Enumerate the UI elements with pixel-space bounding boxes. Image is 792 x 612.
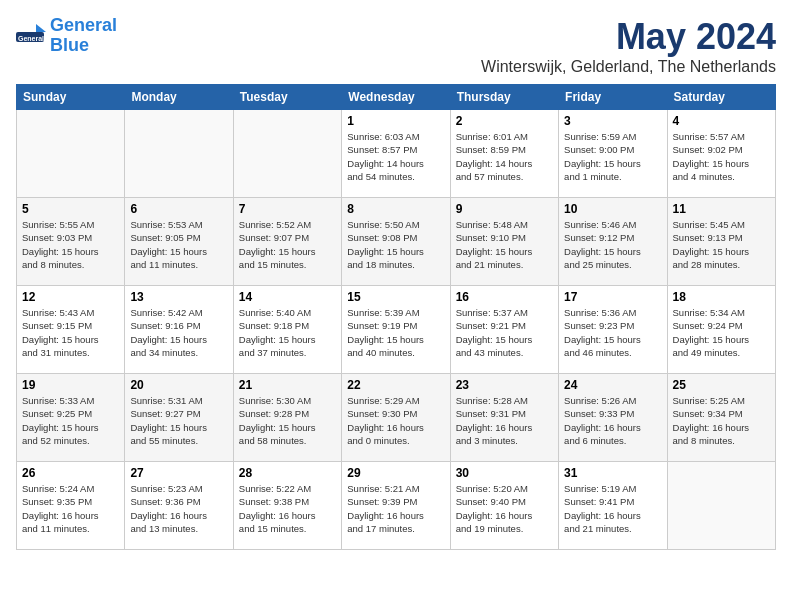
day-number: 26 — [22, 466, 119, 480]
day-info: Sunrise: 5:23 AM Sunset: 9:36 PM Dayligh… — [130, 482, 227, 535]
day-info: Sunrise: 5:39 AM Sunset: 9:19 PM Dayligh… — [347, 306, 444, 359]
day-number: 11 — [673, 202, 770, 216]
day-info: Sunrise: 5:21 AM Sunset: 9:39 PM Dayligh… — [347, 482, 444, 535]
weekday-header: Friday — [559, 85, 667, 110]
day-info: Sunrise: 5:42 AM Sunset: 9:16 PM Dayligh… — [130, 306, 227, 359]
calendar-cell: 10Sunrise: 5:46 AM Sunset: 9:12 PM Dayli… — [559, 198, 667, 286]
calendar-cell: 5Sunrise: 5:55 AM Sunset: 9:03 PM Daylig… — [17, 198, 125, 286]
calendar-week-row: 12Sunrise: 5:43 AM Sunset: 9:15 PM Dayli… — [17, 286, 776, 374]
day-number: 15 — [347, 290, 444, 304]
day-number: 19 — [22, 378, 119, 392]
calendar-cell: 9Sunrise: 5:48 AM Sunset: 9:10 PM Daylig… — [450, 198, 558, 286]
calendar-cell: 26Sunrise: 5:24 AM Sunset: 9:35 PM Dayli… — [17, 462, 125, 550]
logo-text: GeneralBlue — [50, 16, 117, 56]
day-number: 23 — [456, 378, 553, 392]
calendar-cell: 6Sunrise: 5:53 AM Sunset: 9:05 PM Daylig… — [125, 198, 233, 286]
day-number: 14 — [239, 290, 336, 304]
weekday-header: Wednesday — [342, 85, 450, 110]
logo: General GeneralBlue — [16, 16, 117, 56]
calendar-cell: 3Sunrise: 5:59 AM Sunset: 9:00 PM Daylig… — [559, 110, 667, 198]
day-number: 25 — [673, 378, 770, 392]
day-info: Sunrise: 5:29 AM Sunset: 9:30 PM Dayligh… — [347, 394, 444, 447]
svg-marker-1 — [36, 24, 46, 32]
day-info: Sunrise: 5:36 AM Sunset: 9:23 PM Dayligh… — [564, 306, 661, 359]
day-info: Sunrise: 5:37 AM Sunset: 9:21 PM Dayligh… — [456, 306, 553, 359]
day-number: 31 — [564, 466, 661, 480]
calendar-week-row: 26Sunrise: 5:24 AM Sunset: 9:35 PM Dayli… — [17, 462, 776, 550]
day-info: Sunrise: 5:24 AM Sunset: 9:35 PM Dayligh… — [22, 482, 119, 535]
day-number: 21 — [239, 378, 336, 392]
calendar-cell: 16Sunrise: 5:37 AM Sunset: 9:21 PM Dayli… — [450, 286, 558, 374]
calendar-cell: 13Sunrise: 5:42 AM Sunset: 9:16 PM Dayli… — [125, 286, 233, 374]
day-number: 29 — [347, 466, 444, 480]
day-number: 24 — [564, 378, 661, 392]
calendar-cell: 23Sunrise: 5:28 AM Sunset: 9:31 PM Dayli… — [450, 374, 558, 462]
calendar-cell: 18Sunrise: 5:34 AM Sunset: 9:24 PM Dayli… — [667, 286, 775, 374]
calendar-cell: 19Sunrise: 5:33 AM Sunset: 9:25 PM Dayli… — [17, 374, 125, 462]
day-info: Sunrise: 5:53 AM Sunset: 9:05 PM Dayligh… — [130, 218, 227, 271]
logo-icon: General — [16, 24, 46, 48]
day-info: Sunrise: 5:45 AM Sunset: 9:13 PM Dayligh… — [673, 218, 770, 271]
day-info: Sunrise: 5:40 AM Sunset: 9:18 PM Dayligh… — [239, 306, 336, 359]
day-info: Sunrise: 5:48 AM Sunset: 9:10 PM Dayligh… — [456, 218, 553, 271]
day-info: Sunrise: 5:34 AM Sunset: 9:24 PM Dayligh… — [673, 306, 770, 359]
weekday-header: Saturday — [667, 85, 775, 110]
day-number: 5 — [22, 202, 119, 216]
title-block: May 2024 Winterswijk, Gelderland, The Ne… — [481, 16, 776, 76]
calendar-table: SundayMondayTuesdayWednesdayThursdayFrid… — [16, 84, 776, 550]
day-number: 1 — [347, 114, 444, 128]
day-number: 20 — [130, 378, 227, 392]
day-info: Sunrise: 5:46 AM Sunset: 9:12 PM Dayligh… — [564, 218, 661, 271]
calendar-cell: 20Sunrise: 5:31 AM Sunset: 9:27 PM Dayli… — [125, 374, 233, 462]
day-info: Sunrise: 5:59 AM Sunset: 9:00 PM Dayligh… — [564, 130, 661, 183]
calendar-cell — [17, 110, 125, 198]
calendar-cell: 8Sunrise: 5:50 AM Sunset: 9:08 PM Daylig… — [342, 198, 450, 286]
day-number: 22 — [347, 378, 444, 392]
day-info: Sunrise: 5:57 AM Sunset: 9:02 PM Dayligh… — [673, 130, 770, 183]
calendar-week-row: 5Sunrise: 5:55 AM Sunset: 9:03 PM Daylig… — [17, 198, 776, 286]
day-info: Sunrise: 5:50 AM Sunset: 9:08 PM Dayligh… — [347, 218, 444, 271]
day-number: 27 — [130, 466, 227, 480]
calendar-cell: 1Sunrise: 6:03 AM Sunset: 8:57 PM Daylig… — [342, 110, 450, 198]
day-info: Sunrise: 5:43 AM Sunset: 9:15 PM Dayligh… — [22, 306, 119, 359]
day-info: Sunrise: 5:30 AM Sunset: 9:28 PM Dayligh… — [239, 394, 336, 447]
location-subtitle: Winterswijk, Gelderland, The Netherlands — [481, 58, 776, 76]
calendar-cell: 17Sunrise: 5:36 AM Sunset: 9:23 PM Dayli… — [559, 286, 667, 374]
calendar-cell — [233, 110, 341, 198]
weekday-header: Thursday — [450, 85, 558, 110]
day-number: 18 — [673, 290, 770, 304]
calendar-cell — [667, 462, 775, 550]
day-info: Sunrise: 5:33 AM Sunset: 9:25 PM Dayligh… — [22, 394, 119, 447]
day-info: Sunrise: 5:28 AM Sunset: 9:31 PM Dayligh… — [456, 394, 553, 447]
day-number: 28 — [239, 466, 336, 480]
calendar-cell: 31Sunrise: 5:19 AM Sunset: 9:41 PM Dayli… — [559, 462, 667, 550]
day-number: 10 — [564, 202, 661, 216]
day-number: 6 — [130, 202, 227, 216]
calendar-cell: 27Sunrise: 5:23 AM Sunset: 9:36 PM Dayli… — [125, 462, 233, 550]
weekday-header: Tuesday — [233, 85, 341, 110]
calendar-week-row: 1Sunrise: 6:03 AM Sunset: 8:57 PM Daylig… — [17, 110, 776, 198]
calendar-cell: 22Sunrise: 5:29 AM Sunset: 9:30 PM Dayli… — [342, 374, 450, 462]
calendar-cell — [125, 110, 233, 198]
day-info: Sunrise: 5:26 AM Sunset: 9:33 PM Dayligh… — [564, 394, 661, 447]
day-number: 8 — [347, 202, 444, 216]
day-number: 30 — [456, 466, 553, 480]
calendar-cell: 7Sunrise: 5:52 AM Sunset: 9:07 PM Daylig… — [233, 198, 341, 286]
month-title: May 2024 — [481, 16, 776, 58]
day-info: Sunrise: 5:19 AM Sunset: 9:41 PM Dayligh… — [564, 482, 661, 535]
day-info: Sunrise: 6:03 AM Sunset: 8:57 PM Dayligh… — [347, 130, 444, 183]
weekday-header: Sunday — [17, 85, 125, 110]
calendar-cell: 14Sunrise: 5:40 AM Sunset: 9:18 PM Dayli… — [233, 286, 341, 374]
calendar-cell: 29Sunrise: 5:21 AM Sunset: 9:39 PM Dayli… — [342, 462, 450, 550]
day-info: Sunrise: 5:52 AM Sunset: 9:07 PM Dayligh… — [239, 218, 336, 271]
calendar-cell: 12Sunrise: 5:43 AM Sunset: 9:15 PM Dayli… — [17, 286, 125, 374]
day-number: 12 — [22, 290, 119, 304]
day-number: 4 — [673, 114, 770, 128]
calendar-cell: 11Sunrise: 5:45 AM Sunset: 9:13 PM Dayli… — [667, 198, 775, 286]
day-info: Sunrise: 5:31 AM Sunset: 9:27 PM Dayligh… — [130, 394, 227, 447]
calendar-cell: 25Sunrise: 5:25 AM Sunset: 9:34 PM Dayli… — [667, 374, 775, 462]
weekday-header: Monday — [125, 85, 233, 110]
day-number: 2 — [456, 114, 553, 128]
day-info: Sunrise: 6:01 AM Sunset: 8:59 PM Dayligh… — [456, 130, 553, 183]
day-number: 7 — [239, 202, 336, 216]
